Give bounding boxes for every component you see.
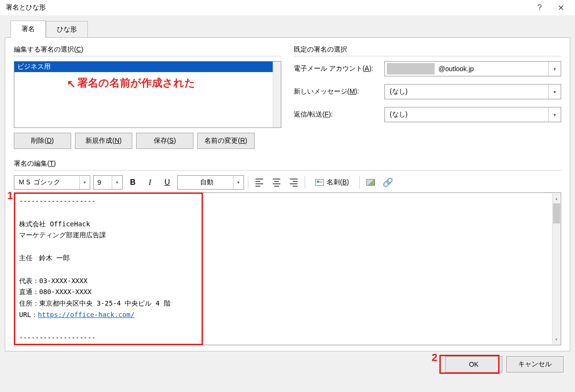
tab-panel: 編集する署名の選択(C) ビジネス用 ↖署名の名前が作成された 削除(D) 新規… — [5, 37, 570, 351]
separator — [359, 176, 360, 189]
reply-forward-label: 返信/転送(F): — [294, 110, 380, 119]
align-right-button[interactable] — [287, 175, 301, 190]
picture-icon — [366, 179, 375, 186]
titlebar: 署名とひな形 ? ✕ — [0, 0, 575, 15]
signature-editor[interactable]: ------------------- 株式会社 OfficeHack マーケテ… — [14, 192, 561, 345]
separator — [305, 176, 305, 189]
insert-link-button[interactable]: 🔗 — [381, 175, 395, 190]
delete-button[interactable]: 削除(D) — [14, 133, 71, 149]
tab-signature[interactable]: 署名 — [11, 21, 46, 38]
chevron-down-icon: ▾ — [548, 85, 561, 99]
italic-button[interactable]: I — [143, 175, 157, 190]
editor-toolbar: ＭＳ ゴシック ▾ 9 ▾ B I U 自動 ▾ — [14, 175, 561, 190]
divider — [294, 56, 561, 56]
scroll-down-icon[interactable]: ▾ — [555, 335, 558, 343]
bold-button[interactable]: B — [126, 175, 140, 190]
align-left-button[interactable] — [252, 175, 266, 190]
edit-signature-label: 署名の編集(T) — [14, 159, 561, 168]
rename-button[interactable]: 名前の変更(R) — [197, 133, 255, 149]
reply-forward-select[interactable]: (なし) ▾ — [384, 107, 561, 122]
font-color-select[interactable]: 自動 ▾ — [177, 175, 244, 190]
help-button[interactable]: ? — [529, 3, 550, 12]
underline-button[interactable]: U — [160, 175, 174, 190]
chevron-down-icon: ▾ — [233, 176, 244, 189]
window-title: 署名とひな形 — [6, 3, 529, 12]
email-mask — [387, 63, 435, 74]
chevron-down-icon: ▾ — [112, 176, 122, 189]
arrow-icon: ↖ — [67, 78, 75, 90]
link-icon: 🔗 — [383, 177, 393, 188]
font-select[interactable]: ＭＳ ゴシック ▾ — [14, 175, 90, 190]
new-message-label: 新しいメッセージ(M): — [294, 87, 380, 96]
signature-url-link[interactable]: https://office-hack.com/ — [38, 311, 134, 318]
separator — [248, 176, 248, 189]
default-signature-label: 既定の署名の選択 — [294, 45, 561, 54]
signature-listbox[interactable]: ビジネス用 ↖署名の名前が作成された — [14, 61, 281, 128]
annotation-created: ↖署名の名前が作成された — [67, 76, 195, 90]
scroll-thumb[interactable] — [553, 203, 560, 223]
editor-scrollbar[interactable]: ▴ ▾ — [552, 193, 560, 344]
email-account-label: 電子メール アカウント(A): — [294, 64, 380, 73]
divider — [14, 56, 281, 56]
email-account-select[interactable]: @outlook.jp ▾ — [384, 61, 561, 76]
insert-picture-button[interactable] — [363, 175, 378, 190]
ok-button[interactable]: OK — [445, 356, 502, 372]
card-icon — [315, 179, 324, 186]
save-button[interactable]: 保存(S) — [136, 133, 193, 149]
list-scrollbar[interactable] — [273, 62, 281, 127]
annotation-number-1: 1 — [7, 190, 13, 202]
new-button[interactable]: 新規作成(N) — [75, 133, 132, 149]
chevron-down-icon: ▾ — [548, 107, 561, 122]
email-domain: @outlook.jp — [438, 65, 474, 73]
select-signature-label: 編集する署名の選択(C) — [14, 45, 281, 54]
new-message-select[interactable]: (なし) ▾ — [384, 84, 561, 99]
divider — [14, 170, 561, 170]
business-card-button[interactable]: 名刺(B) — [309, 175, 355, 190]
chevron-down-icon: ▾ — [548, 62, 561, 76]
tab-stationery[interactable]: ひな形 — [46, 21, 88, 38]
signature-list-item[interactable]: ビジネス用 — [14, 62, 281, 72]
font-size-select[interactable]: 9 ▾ — [93, 175, 123, 190]
tab-strip: 署名 ひな形 — [11, 20, 570, 37]
close-button[interactable]: ✕ — [550, 3, 571, 12]
scroll-up-icon[interactable]: ▴ — [555, 194, 558, 202]
chevron-down-icon: ▾ — [79, 176, 90, 189]
align-center-button[interactable] — [269, 175, 284, 190]
cancel-button[interactable]: キャンセル — [506, 356, 564, 372]
